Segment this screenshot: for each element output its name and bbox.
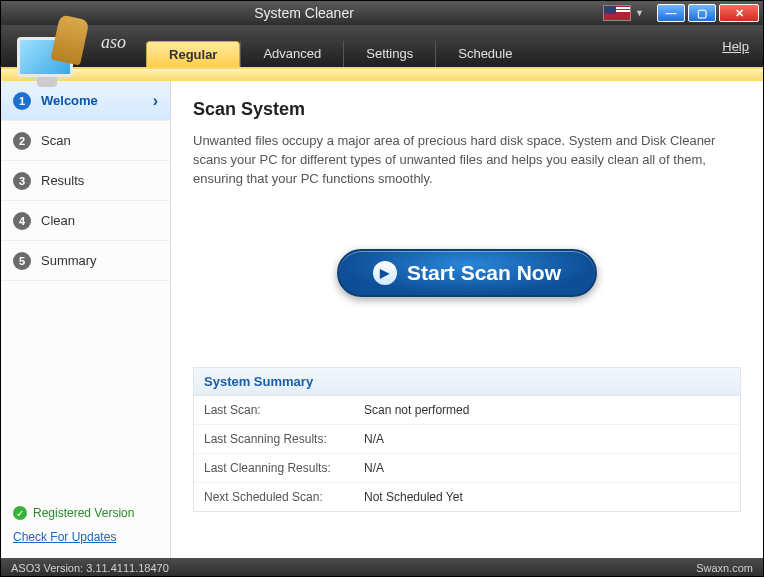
accent-strip [1,69,763,81]
summary-key: Next Scheduled Scan: [204,490,364,504]
watermark-text: Swaxn.com [696,562,753,574]
step-number-icon: 5 [13,252,31,270]
page-heading: Scan System [193,99,741,120]
check-icon: ✓ [13,506,27,520]
start-scan-button[interactable]: ▶ Start Scan Now [337,249,597,297]
title-bar: System Cleaner ▼ — ▢ ✕ [1,1,763,25]
tab-settings[interactable]: Settings [343,41,435,67]
minimize-button[interactable]: — [657,4,685,22]
summary-value: Scan not performed [364,403,469,417]
step-label: Scan [41,133,71,148]
language-flag-icon[interactable] [603,5,631,21]
step-label: Summary [41,253,97,268]
content-panel: Scan System Unwanted files occupy a majo… [171,81,763,558]
maximize-button[interactable]: ▢ [688,4,716,22]
close-button[interactable]: ✕ [719,4,759,22]
main-area: 1 Welcome 2 Scan 3 Results 4 Clean 5 Sum… [1,81,763,558]
registered-status: ✓ Registered Version [13,506,158,520]
window-title: System Cleaner [5,5,603,21]
tab-regular[interactable]: Regular [146,41,240,67]
language-dropdown-icon[interactable]: ▼ [635,8,644,18]
scan-button-label: Start Scan Now [407,261,561,285]
page-description: Unwanted files occupy a major area of pr… [193,132,741,189]
sidebar: 1 Welcome 2 Scan 3 Results 4 Clean 5 Sum… [1,81,171,558]
tab-advanced[interactable]: Advanced [240,41,343,67]
summary-key: Last Scanning Results: [204,432,364,446]
step-number-icon: 3 [13,172,31,190]
sidebar-step-clean[interactable]: 4 Clean [1,201,170,241]
sidebar-step-scan[interactable]: 2 Scan [1,121,170,161]
system-summary-panel: System Summary Last Scan: Scan not perfo… [193,367,741,512]
summary-key: Last Cleanning Results: [204,461,364,475]
sidebar-step-summary[interactable]: 5 Summary [1,241,170,281]
registered-label: Registered Version [33,506,134,520]
summary-row: Last Scan: Scan not performed [194,396,740,425]
summary-row: Next Scheduled Scan: Not Scheduled Yet [194,483,740,511]
summary-value: N/A [364,461,384,475]
step-label: Welcome [41,93,98,108]
step-label: Clean [41,213,75,228]
play-icon: ▶ [373,261,397,285]
summary-value: Not Scheduled Yet [364,490,463,504]
summary-row: Last Scanning Results: N/A [194,425,740,454]
tab-schedule[interactable]: Schedule [435,41,534,67]
summary-row: Last Cleanning Results: N/A [194,454,740,483]
step-number-icon: 2 [13,132,31,150]
status-bar: ASO3 Version: 3.11.4111.18470 Swaxn.com [1,558,763,577]
summary-value: N/A [364,432,384,446]
help-link[interactable]: Help [722,39,749,54]
app-logo-icon [9,19,93,91]
version-text: ASO3 Version: 3.11.4111.18470 [11,562,169,574]
sidebar-footer: ✓ Registered Version Check For Updates [1,496,170,558]
header-bar: aso Regular Advanced Settings Schedule H… [1,25,763,69]
sidebar-step-results[interactable]: 3 Results [1,161,170,201]
check-updates-link[interactable]: Check For Updates [13,530,158,544]
brand-text: aso [101,32,126,53]
step-label: Results [41,173,84,188]
step-number-icon: 1 [13,92,31,110]
main-tabs: Regular Advanced Settings Schedule [146,39,534,67]
summary-key: Last Scan: [204,403,364,417]
step-number-icon: 4 [13,212,31,230]
summary-title: System Summary [194,368,740,396]
